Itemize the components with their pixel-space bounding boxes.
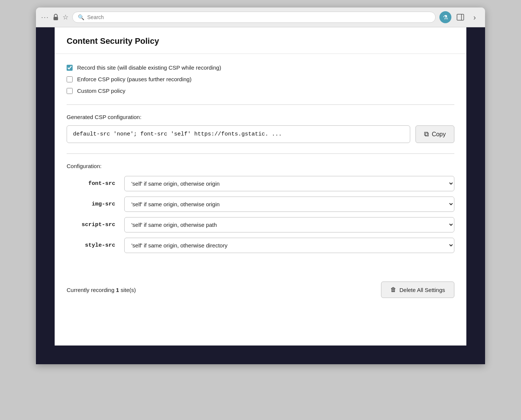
img-src-key: img-src [67,201,115,207]
browser-toolbar: ··· ☆ 🔍 ⚗ › [36,7,485,27]
popup-footer: Currently recording 1 site(s) 🗑 Delete A… [55,276,466,308]
enforce-csp-label[interactable]: Enforce CSP policy (pauses further recor… [77,76,192,82]
copy-button-label: Copy [432,131,446,138]
script-src-select[interactable]: 'self' if same origin, otherwise path 's… [124,217,454,232]
browser-window: ··· ☆ 🔍 ⚗ › [36,7,485,364]
svg-rect-1 [457,14,464,20]
footer-status-count: 1 [116,287,119,293]
popup-header: Content Security Policy [55,27,466,54]
flask-icon: ⚗ [443,14,448,21]
footer-status-suffix: site(s) [119,287,136,293]
csp-row: default-src 'none'; font-src 'self' http… [67,125,454,143]
style-src-select[interactable]: 'self' if same origin, otherwise directo… [124,238,454,253]
checkbox-enforce-csp: Enforce CSP policy (pauses further recor… [67,76,454,82]
script-src-key: script-src [67,222,115,228]
font-src-key: font-src [67,180,115,187]
custom-csp-checkbox[interactable] [67,88,73,94]
browser-controls: ··· ☆ [41,13,68,21]
config-row-font-src: font-src 'self' if same origin, otherwis… [67,176,454,191]
divider-2 [67,153,454,154]
config-row-script-src: script-src 'self' if same origin, otherw… [67,217,454,232]
delete-all-button[interactable]: 🗑 Delete All Settings [381,281,454,298]
popup-panel: Content Security Policy Record this site… [55,27,466,346]
popup-title: Content Security Policy [67,36,454,46]
csp-output: default-src 'none'; font-src 'self' http… [67,125,410,143]
page-content: Content Security Policy Record this site… [36,27,485,364]
search-bar[interactable]: 🔍 [72,12,436,23]
checkbox-custom-csp: Custom CSP policy [67,88,454,94]
style-src-key: style-src [67,242,115,249]
copy-icon: ⧉ [424,130,429,138]
more-options-button[interactable]: › [469,12,480,22]
search-icon: 🔍 [78,14,84,20]
custom-csp-label[interactable]: Custom CSP policy [77,88,125,94]
popup-body: Record this site (will disable existing … [55,54,466,276]
checkbox-group: Record this site (will disable existing … [67,64,454,94]
divider-1 [67,104,454,105]
config-row-style-src: style-src 'self' if same origin, otherwi… [67,238,454,253]
configuration-label: Configuration: [67,163,454,169]
record-site-checkbox[interactable] [67,65,73,71]
footer-status: Currently recording 1 site(s) [67,287,136,293]
lock-icon [52,13,60,21]
footer-status-prefix: Currently recording [67,287,116,293]
enforce-csp-checkbox[interactable] [67,76,73,82]
checkbox-record-site: Record this site (will disable existing … [67,64,454,71]
bookmark-star-icon[interactable]: ☆ [63,13,68,21]
trash-icon: 🗑 [390,286,396,293]
img-src-select[interactable]: 'self' if same origin, otherwise origin … [124,197,454,212]
config-row-img-src: img-src 'self' if same origin, otherwise… [67,197,454,212]
sidebar-toggle-button[interactable] [455,12,466,22]
browser-right-icons: ⚗ › [439,11,480,23]
flask-icon-button[interactable]: ⚗ [439,11,451,23]
record-site-label[interactable]: Record this site (will disable existing … [77,64,221,71]
delete-button-label: Delete All Settings [399,287,445,293]
search-input[interactable] [87,14,430,20]
generated-csp-label: Generated CSP configuration: [67,114,454,120]
config-grid: font-src 'self' if same origin, otherwis… [67,176,454,253]
svg-rect-0 [54,17,58,20]
font-src-select[interactable]: 'self' if same origin, otherwise origin … [124,176,454,191]
browser-menu-dots[interactable]: ··· [41,13,49,21]
copy-button[interactable]: ⧉ Copy [415,125,454,143]
